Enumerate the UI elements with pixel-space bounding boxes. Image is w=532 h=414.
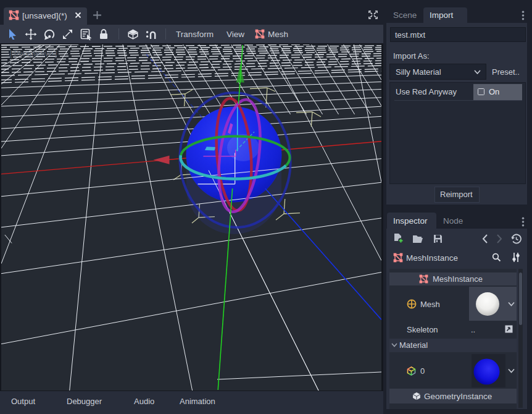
svg-text:[ Perspective ]: [ Perspective ] — [10, 49, 57, 58]
